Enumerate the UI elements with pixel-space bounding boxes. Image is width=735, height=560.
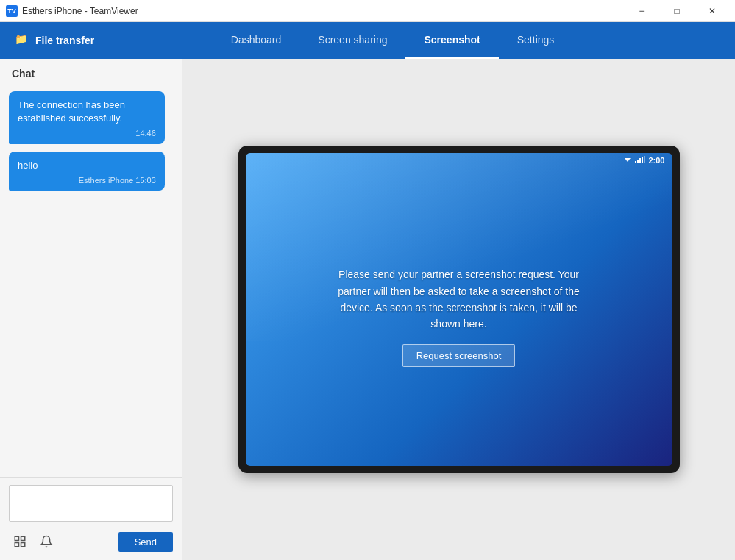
chat-message-text-1: The connection has been established succ… <box>18 99 125 124</box>
main-layout: Chat The connection has been established… <box>0 59 735 560</box>
file-transfer-label: File transfer <box>35 35 94 46</box>
content-area: 2:00 Please send your partner a screensh… <box>182 59 735 560</box>
svg-rect-1 <box>21 536 25 540</box>
screen-content: Please send your partner a screenshot re… <box>246 168 672 466</box>
attach-button[interactable] <box>9 531 31 553</box>
window-title: Esthers iPhone - TeamViewer <box>22 6 138 16</box>
svg-rect-5 <box>635 161 636 163</box>
svg-rect-0 <box>15 536 18 540</box>
tab-settings[interactable]: Settings <box>499 22 573 59</box>
request-screenshot-button[interactable]: Request screenshot <box>402 344 516 367</box>
title-bar-controls: − □ ✕ <box>625 0 729 22</box>
svg-rect-6 <box>637 160 639 163</box>
device-frame: 2:00 Please send your partner a screensh… <box>238 146 680 473</box>
wifi-icon <box>623 156 632 165</box>
svg-rect-7 <box>639 158 641 163</box>
chat-messages: The connection has been established succ… <box>0 85 182 477</box>
close-button[interactable]: ✕ <box>695 0 729 22</box>
svg-rect-8 <box>642 157 643 163</box>
svg-rect-2 <box>15 543 18 547</box>
chat-message-text-2: hello <box>18 160 38 171</box>
nav-tabs: Dashboard Screen sharing Screenshot Sett… <box>124 22 661 59</box>
chat-input-area: Send <box>0 477 182 560</box>
signal-icon <box>635 156 645 165</box>
chat-toolbar: Send <box>9 531 173 553</box>
title-bar-left: TV Esthers iPhone - TeamViewer <box>6 5 138 17</box>
app-icon: TV <box>6 5 18 17</box>
chat-input[interactable] <box>9 485 173 522</box>
bell-button[interactable] <box>35 531 57 553</box>
device-screen: 2:00 Please send your partner a screensh… <box>246 153 672 466</box>
file-transfer-icon: 📁 <box>15 33 29 48</box>
sidebar: Chat The connection has been established… <box>0 59 182 560</box>
maximize-button[interactable]: □ <box>660 0 694 22</box>
status-bar: 2:00 <box>246 153 672 168</box>
chat-bubble-1: The connection has been established succ… <box>9 91 165 144</box>
top-nav: 📁 File transfer Dashboard Screen sharing… <box>0 22 735 59</box>
chat-bubble-2: hello Esthers iPhone 15:03 <box>9 152 165 191</box>
svg-marker-4 <box>625 158 631 162</box>
tab-screen-sharing[interactable]: Screen sharing <box>299 22 405 59</box>
svg-rect-9 <box>644 156 645 163</box>
nav-file-transfer: 📁 File transfer <box>15 33 94 48</box>
screenshot-message: Please send your partner a screenshot re… <box>327 266 592 333</box>
chat-toolbar-left <box>9 531 57 553</box>
chat-meta-2: Esthers iPhone 15:03 <box>18 175 156 186</box>
tab-screenshot[interactable]: Screenshot <box>405 22 498 59</box>
tab-dashboard[interactable]: Dashboard <box>213 22 300 59</box>
svg-rect-3 <box>21 543 25 547</box>
send-button[interactable]: Send <box>118 532 173 552</box>
minimize-button[interactable]: − <box>625 0 658 22</box>
status-time: 2:00 <box>648 156 664 165</box>
chat-meta-1: 14:46 <box>18 128 156 139</box>
chat-label: Chat <box>0 59 182 85</box>
title-bar: TV Esthers iPhone - TeamViewer − □ ✕ <box>0 0 735 22</box>
